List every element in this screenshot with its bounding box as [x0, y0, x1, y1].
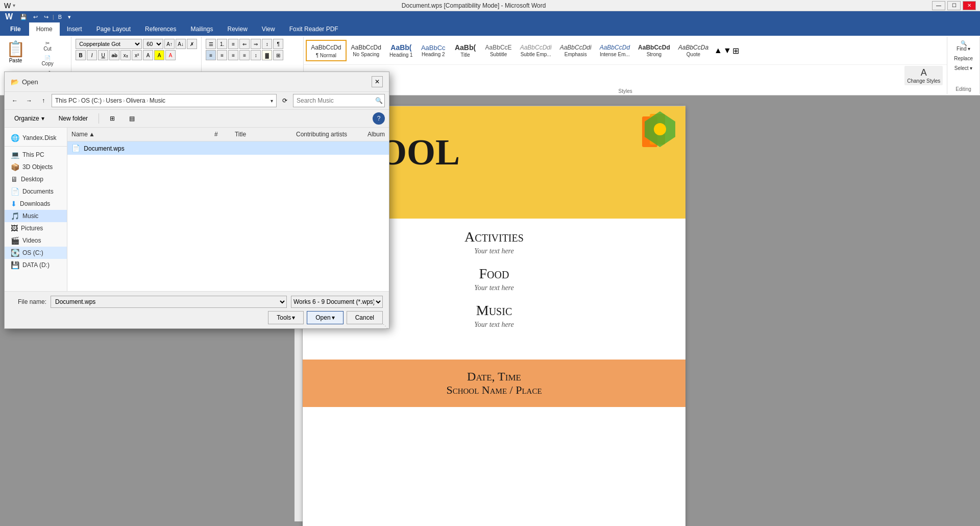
file-name-input[interactable]: Document.wps	[51, 296, 287, 308]
col-header-title[interactable]: Title	[231, 130, 292, 139]
file-row[interactable]: 📄 Document.wps	[67, 141, 389, 155]
file-list: 📄 Document.wps	[67, 141, 389, 291]
file-artist	[292, 147, 363, 149]
breadcrumb-item-3[interactable]: Olivera	[126, 97, 145, 104]
sidebar-item-datad[interactable]: 💾 DATA (D:)	[5, 259, 67, 271]
search-icon: 🔍	[375, 97, 383, 104]
sidebar-item-yandex[interactable]: 🌐 Yandex.Disk	[5, 132, 67, 144]
dialog-overlay: 📂 Open ✕ ← → ↑ This PC › OS (C:) › Users…	[0, 0, 980, 526]
sort-icon: ▲	[89, 131, 95, 138]
tools-dropdown-icon: ▾	[292, 314, 295, 321]
open-dropdown-icon: ▾	[332, 314, 335, 321]
forward-button[interactable]: →	[23, 94, 35, 107]
documents-icon: 📄	[11, 187, 19, 196]
search-input[interactable]	[297, 97, 373, 104]
videos-icon: 🎬	[11, 236, 19, 245]
downloads-icon: ⬇	[11, 200, 17, 208]
refresh-button[interactable]: ⟳	[279, 94, 291, 107]
file-icon: 📄	[71, 144, 80, 152]
sidebar-item-thispc[interactable]: 💻 This PC	[5, 149, 67, 161]
up-button[interactable]: ↑	[37, 94, 50, 107]
file-name: 📄 Document.wps	[67, 143, 210, 153]
view-options-button[interactable]: ⊞	[104, 112, 120, 125]
footer-actions: Tools ▾ Open ▾ Cancel	[11, 311, 383, 324]
thispc-icon: 💻	[11, 151, 19, 159]
dialog-footer: File name: Document.wps Works 6 - 9 Docu…	[5, 291, 389, 328]
resize-handle[interactable]: ⋱	[383, 322, 389, 328]
open-button[interactable]: Open ▾	[307, 311, 343, 324]
file-title	[231, 147, 292, 149]
dialog-icon: 📂	[11, 78, 19, 86]
dialog-body: 🌐 Yandex.Disk 💻 This PC 📦 3D Objects 🖥 D…	[5, 128, 389, 291]
dialog-nav: ← → ↑ This PC › OS (C:) › Users › Oliver…	[5, 92, 389, 110]
sidebar-item-desktop[interactable]: 🖥 Desktop	[5, 173, 67, 185]
music-icon: 🎵	[11, 212, 19, 220]
file-list-header: Name ▲ # Title Contributing artists Albu…	[67, 128, 389, 141]
dialog-titlebar: 📂 Open ✕	[5, 72, 389, 92]
breadcrumb-item-4[interactable]: Music	[150, 97, 165, 104]
file-type-select[interactable]: Works 6 - 9 Document (*.wps)	[291, 296, 383, 308]
3dobjects-icon: 📦	[11, 163, 19, 171]
desktop-icon: 🖥	[11, 175, 18, 183]
file-num	[210, 147, 231, 149]
help-button[interactable]: ?	[373, 112, 385, 125]
osc-icon: 💽	[11, 249, 19, 257]
sidebar-item-videos[interactable]: 🎬 Videos	[5, 234, 67, 247]
sidebar-item-osc[interactable]: 💽 OS (C:)	[5, 247, 67, 259]
file-name-label: File name:	[11, 298, 46, 305]
col-header-num[interactable]: #	[210, 130, 231, 139]
pictures-icon: 🖼	[11, 224, 18, 232]
details-view-button[interactable]: ▤	[124, 112, 140, 125]
dialog-toolbar: Organize ▾ New folder ⊞ ▤ ?	[5, 110, 389, 128]
sidebar-item-pictures[interactable]: 🖼 Pictures	[5, 222, 67, 234]
organize-button[interactable]: Organize ▾	[9, 112, 50, 125]
sidebar-item-3dobjects[interactable]: 📦 3D Objects	[5, 161, 67, 173]
open-dialog: 📂 Open ✕ ← → ↑ This PC › OS (C:) › Users…	[4, 71, 389, 329]
sidebar-item-downloads[interactable]: ⬇ Downloads	[5, 198, 67, 210]
toolbar-separator	[99, 113, 99, 124]
new-folder-button[interactable]: New folder	[53, 112, 93, 125]
cancel-button[interactable]: Cancel	[347, 311, 383, 324]
breadcrumb-item-1[interactable]: OS (C:)	[81, 97, 102, 104]
filename-row: File name: Document.wps Works 6 - 9 Docu…	[11, 296, 383, 308]
col-header-name[interactable]: Name ▲	[67, 130, 210, 139]
dialog-close-button[interactable]: ✕	[372, 76, 383, 87]
breadcrumb-item-0[interactable]: This PC	[55, 97, 77, 104]
yandex-icon: 🌐	[11, 134, 19, 142]
col-header-album[interactable]: Album	[363, 130, 389, 139]
dialog-file-area: Name ▲ # Title Contributing artists Albu…	[67, 128, 389, 291]
organize-dropdown-icon: ▾	[41, 115, 44, 122]
tools-button[interactable]: Tools ▾	[268, 311, 304, 324]
breadcrumb-item-2[interactable]: Users	[106, 97, 121, 104]
col-header-artist[interactable]: Contributing artists	[292, 130, 363, 139]
file-album	[363, 147, 389, 149]
datad-icon: 💾	[11, 261, 19, 269]
back-button[interactable]: ←	[9, 94, 21, 107]
breadcrumb[interactable]: This PC › OS (C:) › Users › Olivera › Mu…	[52, 94, 277, 107]
sidebar-item-music[interactable]: 🎵 Music	[5, 210, 67, 222]
sidebar-item-documents[interactable]: 📄 Documents	[5, 185, 67, 198]
breadcrumb-dropdown[interactable]: ▾	[271, 98, 273, 104]
search-box: 🔍	[293, 94, 385, 107]
dialog-sidebar: 🌐 Yandex.Disk 💻 This PC 📦 3D Objects 🖥 D…	[5, 128, 67, 291]
dialog-title: 📂 Open	[11, 78, 38, 86]
